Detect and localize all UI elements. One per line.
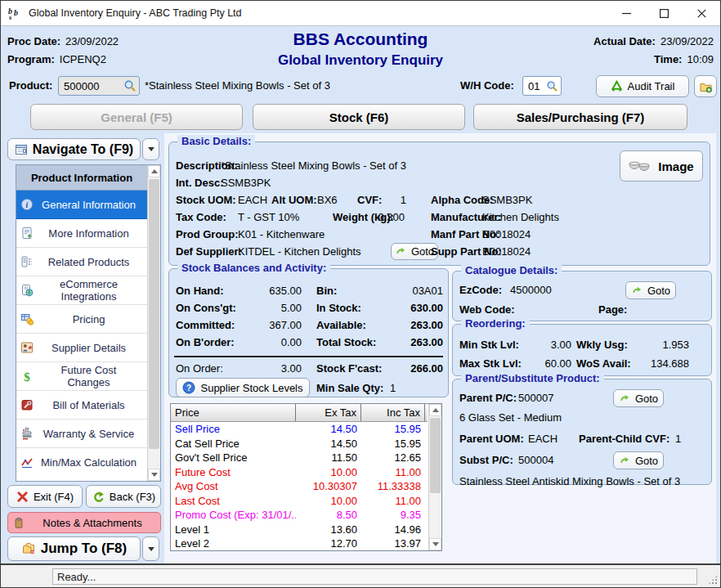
scroll-down-icon[interactable] xyxy=(429,538,441,550)
price-row-ex-tax: 13.60 xyxy=(296,523,361,536)
sidebar-item-label: Supplier Details xyxy=(38,342,147,354)
sidebar-item-more-information[interactable]: More Information xyxy=(16,219,147,248)
supplier-stock-levels-button[interactable]: ? Supplier Stock Levels xyxy=(176,378,310,397)
sidebar-item-future-cost-changes[interactable]: $ Future Cost Changes xyxy=(16,362,147,391)
sidebar-item-label: General Information xyxy=(38,199,147,211)
app-icon: b b s xyxy=(7,6,24,20)
sidebar-item-label: Related Products xyxy=(38,256,147,268)
price-row[interactable]: Cat Sell Price14.5015.95 xyxy=(171,437,428,451)
navigate-dropdown-button[interactable] xyxy=(142,138,159,160)
price-row[interactable]: Future Cost10.0011.00 xyxy=(171,465,428,480)
exit-button[interactable]: Exit (F4) xyxy=(7,485,83,508)
price-row-inc-tax: 11.00 xyxy=(361,495,425,507)
col-inc-tax[interactable]: Inc Tax xyxy=(361,404,425,421)
sidebar-item-min-max-calculation[interactable]: Min/Max Calculation xyxy=(16,448,147,477)
search-icon[interactable] xyxy=(123,79,137,92)
notes-attachments-button[interactable]: Notes & Attachments xyxy=(7,512,161,533)
image-button[interactable]: Image xyxy=(620,150,703,182)
sidebar-item-label: Warranty & Service xyxy=(38,428,147,440)
navigation-list: Product Information i General Informatio… xyxy=(16,164,161,482)
on-order-label: On Order: xyxy=(176,362,223,375)
price-row[interactable]: Level 113.6014.96 xyxy=(171,523,428,537)
in-stock-value: 630.00 xyxy=(356,302,443,314)
prod-group-value: K01 - Kitchenware xyxy=(238,228,325,240)
minimize-button[interactable] xyxy=(607,1,645,25)
bowls-icon xyxy=(629,159,653,173)
col-price[interactable]: Price xyxy=(171,404,296,421)
price-row-inc-tax: 9.35 xyxy=(361,509,425,521)
scroll-up-icon[interactable] xyxy=(148,165,160,177)
scroll-down-icon[interactable] xyxy=(148,469,160,481)
nav-list-scrollbar[interactable] xyxy=(147,165,160,481)
col-ex-tax[interactable]: Ex Tax xyxy=(296,404,361,421)
price-row-inc-tax: 11.00 xyxy=(361,466,425,478)
tab-stock[interactable]: Stock (F6) xyxy=(253,104,465,130)
back-button[interactable]: Back (F3) xyxy=(86,485,161,508)
product-code-input[interactable]: 500000 xyxy=(58,76,140,96)
committed-value: 367.00 xyxy=(241,319,302,331)
audit-trail-label: Audit Trail xyxy=(628,80,675,92)
price-table-scrollbar[interactable] xyxy=(428,404,441,550)
sidebar-item-pricing[interactable]: Pricing xyxy=(16,305,147,334)
svg-text:?: ? xyxy=(186,384,191,393)
sidebar-item-ecommerce-integrations[interactable]: eCommerce Integrations xyxy=(16,276,147,305)
price-row[interactable]: Avg Cost10.3030711.33338 xyxy=(171,479,428,494)
tab-general[interactable]: General (F5) xyxy=(30,104,243,130)
price-row-label: Promo Cost (Exp: 31/01/... xyxy=(171,509,296,521)
goto-parent-button[interactable]: Goto xyxy=(613,389,664,407)
wh-code-value: 01 xyxy=(528,80,546,92)
total-stock-value: 263.00 xyxy=(356,336,443,348)
price-row[interactable]: Last Cost10.0011.00 xyxy=(171,494,428,509)
goto-catalogue-button[interactable]: Goto xyxy=(625,281,676,299)
info-icon: i xyxy=(20,198,34,211)
question-icon: ? xyxy=(182,381,195,394)
scroll-thumb[interactable] xyxy=(430,418,441,493)
page-label: Page: xyxy=(598,303,627,316)
parent-uom-label: Parent UOM: xyxy=(459,433,524,445)
product-code-value: 500000 xyxy=(64,80,123,92)
status-bar: Ready... xyxy=(1,563,720,587)
image-label: Image xyxy=(658,159,693,173)
sidebar-item-warranty-service[interactable]: Warranty & Service xyxy=(16,420,147,448)
tab-sales-purchasing[interactable]: Sales/Purchasing (F7) xyxy=(473,104,687,130)
maximize-button[interactable] xyxy=(645,1,683,25)
close-button[interactable] xyxy=(683,1,720,25)
sidebar-item-label: More Information xyxy=(38,227,147,240)
web-code-label: Web Code: xyxy=(459,303,515,316)
scroll-thumb[interactable] xyxy=(149,179,159,449)
recycle-icon xyxy=(611,80,623,92)
jump-to-button[interactable]: Jump To (F8) xyxy=(7,536,141,561)
tab-general-label: General (F5) xyxy=(101,110,172,124)
sidebar-item-related-products[interactable]: Related Products xyxy=(16,248,147,276)
min-sale-qty-value: 1 xyxy=(390,382,396,394)
description-value: *Stainless Steel Mixing Bowls - Set of 3 xyxy=(221,159,406,172)
navigate-to-button[interactable]: Navigate To (F9) xyxy=(7,138,141,160)
price-row[interactable]: Level 311.8012.98 xyxy=(171,551,428,552)
stock-fcast-value: 266.00 xyxy=(356,362,443,375)
main-panel: Basic Details: Description: *Stainless S… xyxy=(164,133,716,563)
catalogue-details-group: Catalogue Details: EzCode: 4500000 Goto … xyxy=(452,271,712,321)
price-row[interactable]: Gov't Sell Price11.5012.65 xyxy=(171,451,428,465)
on-border-label: On B'order: xyxy=(176,336,235,348)
search-icon[interactable] xyxy=(546,80,558,92)
resize-grip[interactable] xyxy=(708,575,718,585)
sidebar-item-supplier-details[interactable]: Supplier Details xyxy=(16,334,147,362)
goto-substitute-button[interactable]: Goto xyxy=(613,451,664,469)
parent-pc-value: 500007 xyxy=(518,392,553,404)
body: Navigate To (F9) Product Information i G… xyxy=(1,133,720,563)
price-row[interactable]: Promo Cost (Exp: 31/01/...8.509.35 xyxy=(171,508,428,523)
product-label: Product: xyxy=(9,79,52,92)
scroll-up-icon[interactable] xyxy=(429,404,441,416)
sidebar-item-bill-of-materials[interactable]: Bill of Materials xyxy=(16,391,147,420)
jump-dropdown-button[interactable] xyxy=(142,536,159,561)
new-folder-button[interactable] xyxy=(694,75,717,97)
parent-uom-value: EACH xyxy=(528,433,558,445)
price-row[interactable]: Level 212.7013.97 xyxy=(171,536,428,551)
audit-trail-button[interactable]: Audit Trail xyxy=(596,75,689,97)
sidebar-item-label: Future Cost Changes xyxy=(38,364,147,388)
price-row[interactable]: Sell Price14.5015.95 xyxy=(171,422,428,437)
wh-code-input[interactable]: 01 xyxy=(522,76,562,96)
def-supplier-value: KITDEL - Kitchen Delights xyxy=(238,245,361,258)
price-table-rows: Sell Price14.5015.95Cat Sell Price14.501… xyxy=(171,422,441,551)
sidebar-item-general-information[interactable]: i General Information xyxy=(16,191,147,219)
